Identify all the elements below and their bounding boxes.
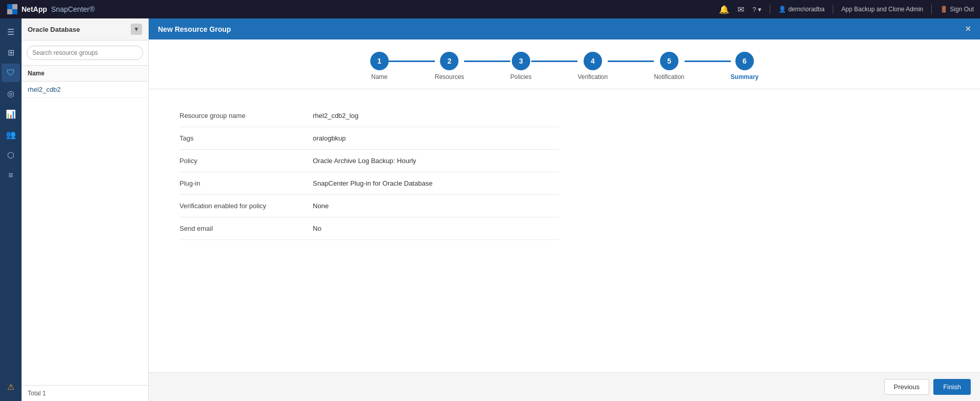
sidebar-icon-menu[interactable]: ☰ (2, 23, 20, 41)
summary-row-1: Tags oralogbkup (179, 127, 559, 150)
step-4-label: Verification (577, 73, 608, 81)
step-4: 4 Verification (577, 52, 608, 81)
summary-row-4: Verification enabled for policy None (179, 195, 559, 217)
sidebar-icon-chart[interactable]: 📊 (2, 105, 20, 123)
netapp-icon (6, 3, 18, 15)
dialog-close-button[interactable]: × (965, 24, 971, 34)
summary-value-0: rhel2_cdb2_log (313, 112, 358, 119)
dialog-title: New Resource Group (158, 25, 231, 33)
step-3: 3 Policies (510, 52, 531, 81)
summary-row-5: Send email No (179, 217, 559, 240)
svg-rect-3 (12, 9, 17, 14)
step-2-label: Resources (435, 73, 464, 81)
divider2 (833, 5, 833, 14)
app-name: SnapCenter® (51, 5, 95, 13)
step-4-circle[interactable]: 4 (584, 52, 602, 70)
divider (770, 5, 770, 14)
step-1: 1 Name (370, 52, 389, 81)
summary-value-2: Oracle Archive Log Backup: Hourly (313, 157, 416, 165)
help-icon[interactable]: ? ▾ (752, 6, 762, 13)
left-panel-header: Oracle Database ▼ (22, 18, 148, 41)
step-2: 2 Resources (435, 52, 464, 81)
list-item[interactable]: rhel2_cdb2 (22, 82, 148, 98)
sidebar-icon-circle[interactable]: ◎ (2, 84, 20, 103)
sidebar-icon-grid[interactable]: ⊞ (2, 43, 20, 62)
list-header: Name (22, 66, 148, 82)
left-panel: Oracle Database ▼ Name rhel2_cdb2 Total … (22, 18, 149, 401)
side-icon-bar: ☰ ⊞ 🛡 ◎ 📊 👥 ⬡ ≡ ⚠ (0, 18, 22, 401)
finish-button[interactable]: Finish (933, 379, 971, 395)
mail-icon[interactable]: ✉ (737, 5, 744, 14)
summary-label-1: Tags (179, 134, 313, 142)
summary-label-2: Policy (179, 157, 313, 165)
wizard-steps: 1 Name 2 Resources 3 Policies (149, 39, 980, 89)
role-label: App Backup and Clone Admin (842, 6, 923, 13)
step-5: 5 Notification (654, 52, 684, 81)
summary-label-5: Send email (179, 225, 313, 232)
search-input[interactable] (27, 46, 143, 60)
connector-5-6 (685, 61, 731, 62)
summary-label-3: Plug-in (179, 179, 313, 187)
sidebar-icon-settings[interactable]: ≡ (2, 166, 20, 185)
signout-icon: 🚪 (940, 6, 948, 13)
step-4-number: 4 (591, 57, 595, 65)
summary-row-0: Resource group name rhel2_cdb2_log (179, 105, 559, 127)
sidebar-icon-topology[interactable]: ⬡ (2, 146, 20, 164)
top-navbar: NetApp SnapCenter® 🔔 ✉ ? ▾ 👤 demo\oradba… (0, 0, 980, 18)
sidebar-icon-people[interactable]: 👥 (2, 125, 20, 144)
previous-button[interactable]: Previous (884, 379, 930, 395)
step-2-number: 2 (448, 57, 452, 65)
step-5-label: Notification (654, 73, 684, 81)
svg-rect-2 (7, 9, 12, 14)
summary-row-2: Policy Oracle Archive Log Backup: Hourly (179, 150, 559, 172)
divider3 (931, 5, 932, 14)
user-info: 👤 demo\oradba (778, 6, 825, 13)
step-1-number: 1 (377, 57, 382, 65)
step-5-circle[interactable]: 5 (660, 52, 678, 70)
step-3-number: 3 (519, 57, 523, 65)
summary-value-4: None (313, 202, 329, 210)
svg-rect-1 (12, 4, 17, 9)
step-1-label: Name (371, 73, 388, 81)
connector-2-3 (464, 61, 510, 62)
bell-icon[interactable]: 🔔 (719, 5, 729, 14)
dialog-header: New Resource Group × (149, 18, 980, 39)
step-6-label: Summary (731, 73, 759, 81)
panel-dropdown-button[interactable]: ▼ (131, 24, 142, 35)
username: demo\oradba (788, 6, 825, 13)
summary-content: Resource group name rhel2_cdb2_log Tags … (149, 89, 980, 372)
summary-value-5: No (313, 225, 322, 232)
top-nav-actions: 🔔 ✉ ? ▾ 👤 demo\oradba App Backup and Clo… (719, 5, 974, 14)
step-5-number: 5 (667, 57, 671, 65)
summary-table: Resource group name rhel2_cdb2_log Tags … (179, 105, 559, 240)
step-3-label: Policies (510, 73, 531, 81)
dialog-footer: Previous Finish (149, 372, 980, 401)
panel-title: Oracle Database (28, 26, 127, 33)
svg-rect-0 (7, 4, 12, 9)
summary-row-3: Plug-in SnapCenter Plug-in for Oracle Da… (179, 172, 559, 195)
signout-button[interactable]: 🚪 Sign Out (940, 6, 974, 13)
signout-label: Sign Out (950, 6, 974, 13)
panel-footer: Total 1 (22, 385, 148, 401)
connector-4-5 (608, 61, 654, 62)
brand-name: NetApp (22, 5, 47, 13)
step-3-circle[interactable]: 3 (512, 52, 530, 70)
summary-value-3: SnapCenter Plug-in for Oracle Database (313, 179, 432, 187)
summary-label-4: Verification enabled for policy (179, 202, 313, 210)
step-2-circle[interactable]: 2 (440, 52, 458, 70)
main-content: New Resource Group × 1 Name 2 Resources (149, 18, 980, 401)
main-layout: ☰ ⊞ 🛡 ◎ 📊 👥 ⬡ ≡ ⚠ Oracle Database ▼ Name… (0, 18, 980, 401)
connector-3-4 (531, 61, 577, 62)
step-6-circle[interactable]: 6 (735, 52, 754, 70)
sidebar-icon-alert[interactable]: ⚠ (2, 377, 20, 396)
step-6: 6 Summary (731, 52, 759, 81)
summary-label-0: Resource group name (179, 112, 313, 119)
step-1-circle[interactable]: 1 (370, 52, 389, 70)
sidebar-icon-shield[interactable]: 🛡 (2, 64, 20, 82)
search-box (22, 41, 148, 66)
connector-1-2 (389, 61, 435, 62)
user-icon: 👤 (778, 6, 786, 13)
netapp-logo: NetApp SnapCenter® (6, 3, 95, 15)
step-6-number: 6 (743, 57, 747, 65)
brand-area: NetApp SnapCenter® (6, 3, 95, 15)
